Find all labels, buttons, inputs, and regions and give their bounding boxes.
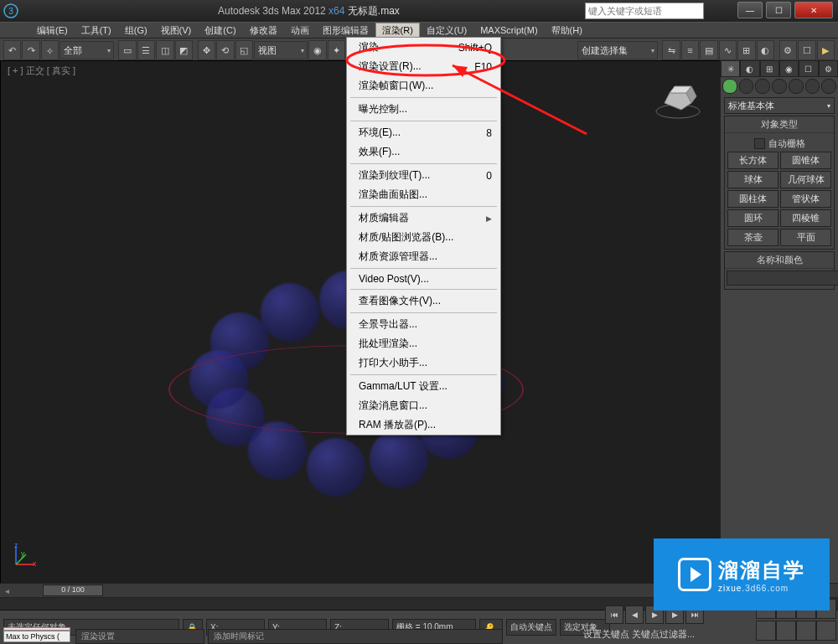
move-button[interactable]: ✥ <box>198 40 215 60</box>
render-setup-button[interactable]: ⚙ <box>779 40 797 60</box>
time-knob[interactable]: 0 / 100 <box>43 585 103 596</box>
menu-10[interactable]: MAXScript(M) <box>473 23 544 37</box>
menu-item[interactable]: Video Post(V)... <box>347 270 500 287</box>
create-tab[interactable]: ✳ <box>721 60 740 77</box>
link-button[interactable]: ⟡ <box>41 40 59 60</box>
fov-button[interactable] <box>756 621 776 641</box>
menu-item[interactable]: 渲染消息窗口... <box>347 396 500 415</box>
systems-cat[interactable] <box>821 79 836 94</box>
scale-button[interactable]: ◱ <box>235 40 253 60</box>
geometry-cat[interactable] <box>722 79 737 94</box>
keyfilter-button[interactable]: 关键点过滤器... <box>632 628 696 641</box>
maxscript-listener[interactable]: Max to Physcs ( <box>3 627 70 642</box>
manip-button[interactable]: ✦ <box>328 40 345 60</box>
menu-item[interactable]: 渲染曲面贴图... <box>347 185 500 204</box>
menu-item[interactable]: 材质编辑器▶ <box>347 209 500 228</box>
menu-item[interactable]: 渲染设置(R)...F10 <box>347 57 500 76</box>
menu-item[interactable]: 材质/贴图浏览器(B)... <box>347 228 500 247</box>
menu-item[interactable]: 环境(E)...8 <box>347 123 500 142</box>
align-button[interactable]: ≡ <box>681 40 699 60</box>
menu-2[interactable]: 组(G) <box>118 23 154 39</box>
autogrid-checkbox[interactable] <box>754 138 765 149</box>
curve-editor-button[interactable]: ∿ <box>719 40 737 60</box>
window-crossing-button[interactable]: ◩ <box>175 40 193 60</box>
minimize-button[interactable]: — <box>737 2 763 18</box>
rotate-button[interactable]: ⟲ <box>216 40 234 60</box>
named-sel-set[interactable]: 创建选择集 <box>577 41 658 59</box>
menu-item[interactable]: 曝光控制... <box>347 100 500 119</box>
menu-item[interactable]: 批处理渲染... <box>347 334 500 353</box>
material-editor-button[interactable]: ◐ <box>757 40 774 60</box>
menu-item[interactable]: 打印大小助手... <box>347 353 500 373</box>
maximize-viewport-button[interactable] <box>816 621 836 641</box>
space-warps-cat[interactable] <box>805 79 820 94</box>
select-region-button[interactable]: ◫ <box>156 40 173 60</box>
render-frame-button[interactable]: ☐ <box>798 40 815 60</box>
mirror-button[interactable]: ⇋ <box>662 40 680 60</box>
layer-button[interactable]: ▤ <box>700 40 717 60</box>
menu-item[interactable]: Gamma/LUT 设置... <box>347 377 500 396</box>
listener-bottom[interactable]: Max to Physcs ( <box>3 631 70 642</box>
viewcube[interactable] <box>653 78 703 120</box>
undo-button[interactable]: ↶ <box>3 40 21 60</box>
maximize-button[interactable]: ☐ <box>766 2 791 18</box>
primitive-button[interactable]: 平面 <box>780 229 831 246</box>
menu-1[interactable]: 工具(T) <box>75 23 118 39</box>
primitive-button[interactable]: 管状体 <box>780 190 831 208</box>
select-button[interactable]: ▭ <box>118 40 136 60</box>
pan-button[interactable] <box>776 621 796 641</box>
cameras-cat[interactable] <box>772 79 787 94</box>
primitive-button[interactable]: 圆锥体 <box>780 152 831 169</box>
select-name-button[interactable]: ☰ <box>137 40 155 60</box>
orbit-button[interactable] <box>796 621 816 641</box>
rollout-header[interactable]: 对象类型 <box>725 116 834 133</box>
viewport-label[interactable]: [ + ] 正交 [ 真实 ] <box>8 64 75 77</box>
menu-item[interactable]: 效果(F)... <box>347 142 500 162</box>
shapes-cat[interactable] <box>739 79 754 94</box>
motion-tab[interactable]: ◉ <box>779 60 799 77</box>
menu-11[interactable]: 帮助(H) <box>545 23 589 39</box>
menu-item[interactable]: RAM 播放器(P)... <box>347 415 500 435</box>
menu-item[interactable]: 查看图像文件(V)... <box>347 291 500 311</box>
primitive-button[interactable]: 四棱锥 <box>780 209 831 227</box>
object-name-input[interactable] <box>727 270 838 286</box>
primitive-dropdown[interactable]: 标准基本体 <box>724 97 835 114</box>
utilities-tab[interactable]: ⚙ <box>819 60 838 77</box>
prev-frame-button[interactable]: ◀ <box>625 605 644 624</box>
selection-filter[interactable]: 全部 <box>59 41 113 59</box>
close-button[interactable]: ✕ <box>794 2 833 18</box>
primitive-button[interactable]: 长方体 <box>727 152 779 169</box>
menu-4[interactable]: 创建(C) <box>198 23 242 39</box>
menu-item[interactable]: 渲染Shift+Q <box>347 38 500 57</box>
menu-6[interactable]: 动画 <box>284 23 316 39</box>
goto-start-button[interactable]: ⏮ <box>605 605 623 624</box>
setkey-button[interactable]: 设置关键点 <box>583 628 630 641</box>
help-search[interactable] <box>585 3 704 19</box>
primitive-button[interactable]: 圆柱体 <box>727 190 779 208</box>
primitive-button[interactable]: 茶壶 <box>727 229 779 246</box>
primitive-button[interactable]: 几何球体 <box>780 171 831 188</box>
ref-coord[interactable]: 视图 <box>254 41 308 59</box>
render-button[interactable]: ▶ <box>817 40 835 60</box>
menu-item[interactable]: 渲染到纹理(T)...0 <box>347 166 500 185</box>
redo-button[interactable]: ↷ <box>22 40 39 60</box>
helpers-cat[interactable] <box>789 79 804 94</box>
pivot-button[interactable]: ◉ <box>308 40 326 60</box>
menu-5[interactable]: 修改器 <box>243 23 284 39</box>
menu-7[interactable]: 图形编辑器 <box>316 23 375 39</box>
autokey-button[interactable]: 自动关键点 <box>506 619 556 636</box>
app-logo[interactable]: 3 <box>0 0 22 22</box>
hierarchy-tab[interactable]: ⊞ <box>760 60 779 77</box>
primitive-button[interactable]: 圆环 <box>727 209 779 227</box>
modify-tab[interactable]: ◐ <box>740 60 759 77</box>
menu-9[interactable]: 自定义(U) <box>420 23 473 39</box>
primitive-button[interactable]: 球体 <box>727 171 779 188</box>
menu-0[interactable]: 编辑(E) <box>30 23 75 39</box>
menu-8[interactable]: 渲染(R) <box>375 23 420 39</box>
help-search-input[interactable] <box>586 3 703 18</box>
schematic-button[interactable]: ⊞ <box>737 40 755 60</box>
menu-3[interactable]: 视图(V) <box>154 23 199 39</box>
menu-item[interactable]: 渲染帧窗口(W)... <box>347 76 500 95</box>
menu-item[interactable]: 全景导出器... <box>347 315 500 334</box>
menu-item[interactable]: 材质资源管理器... <box>347 247 500 266</box>
